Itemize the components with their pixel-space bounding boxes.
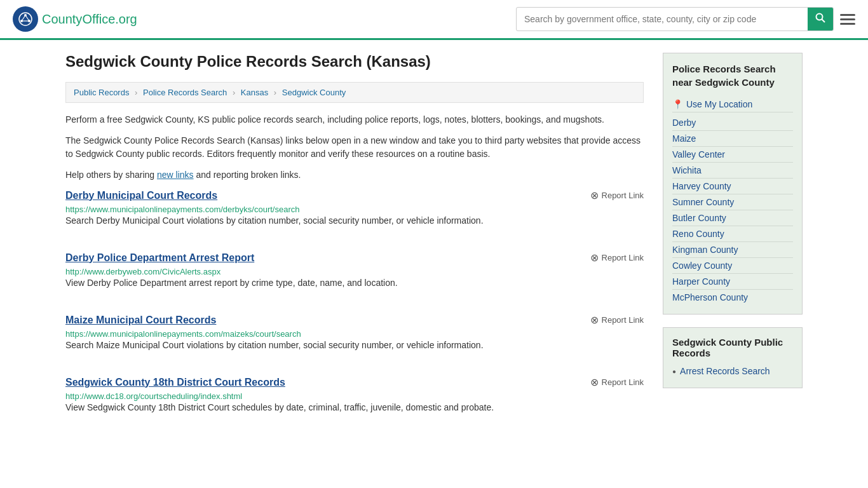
nearby-link[interactable]: Reno County bbox=[672, 226, 793, 242]
nearby-link[interactable]: Wichita bbox=[672, 163, 793, 179]
nearby-title: Police Records Search near Sedgwick Coun… bbox=[672, 62, 793, 89]
svg-line-9 bbox=[822, 20, 825, 23]
nearby-link[interactable]: Maize bbox=[672, 131, 793, 147]
breadcrumb-sep-2: › bbox=[233, 88, 235, 97]
breadcrumb-sep-1: › bbox=[135, 88, 137, 97]
record-desc: Search Maize Municipal Court violations … bbox=[65, 339, 644, 352]
search-bar bbox=[516, 7, 834, 31]
record-item: Derby Police Department Arrest Report ⊗ … bbox=[65, 252, 644, 296]
record-title-row: Derby Municipal Court Records ⊗ Report L… bbox=[65, 189, 644, 201]
menu-button[interactable] bbox=[840, 14, 855, 25]
report-link-icon: ⊗ bbox=[590, 252, 599, 264]
record-title-row: Sedgwick County 18th District Court Reco… bbox=[65, 376, 644, 388]
record-title-link[interactable]: Sedgwick County 18th District Court Reco… bbox=[65, 377, 285, 388]
breadcrumb-sedgwick-county[interactable]: Sedgwick County bbox=[282, 88, 346, 97]
public-records-title: Sedgwick County Public Records bbox=[672, 337, 793, 358]
report-link-icon: ⊗ bbox=[590, 376, 599, 388]
record-url[interactable]: http://www.derbyweb.com/CivicAlerts.aspx bbox=[65, 267, 220, 276]
report-link-label: Report Link bbox=[602, 253, 644, 262]
record-url[interactable]: http://www.dc18.org/courtscheduling/inde… bbox=[65, 391, 242, 401]
search-input[interactable] bbox=[517, 9, 808, 29]
menu-line-2 bbox=[840, 18, 855, 20]
records-container: Derby Municipal Court Records ⊗ Report L… bbox=[65, 189, 644, 421]
report-link-button[interactable]: ⊗ Report Link bbox=[590, 314, 644, 326]
svg-point-8 bbox=[817, 14, 823, 20]
record-url[interactable]: https://www.municipalonlinepayments.com/… bbox=[65, 329, 301, 339]
breadcrumb-kansas[interactable]: Kansas bbox=[241, 88, 268, 97]
logo-area: CountyOffice.org bbox=[13, 6, 137, 32]
record-desc: Search Derby Municipal Court violations … bbox=[65, 214, 644, 227]
content-area: Sedgwick County Police Records Search (K… bbox=[65, 53, 644, 438]
record-title-link[interactable]: Derby Police Department Arrest Report bbox=[65, 252, 254, 264]
record-title-link[interactable]: Maize Municipal Court Records bbox=[65, 315, 216, 326]
menu-line-3 bbox=[840, 23, 855, 25]
nearby-links: DerbyMaizeValley CenterWichitaHarvey Cou… bbox=[672, 115, 793, 305]
use-location-link[interactable]: 📍 Use My Location bbox=[672, 97, 793, 112]
nearby-link[interactable]: McPherson County bbox=[672, 290, 793, 305]
nearby-box: Police Records Search near Sedgwick Coun… bbox=[663, 53, 803, 315]
menu-line-1 bbox=[840, 14, 855, 16]
nearby-link[interactable]: Butler County bbox=[672, 210, 793, 226]
report-link-label: Report Link bbox=[602, 315, 644, 325]
use-location-label: Use My Location bbox=[686, 99, 752, 109]
breadcrumb: Public Records › Police Records Search ›… bbox=[65, 82, 644, 103]
header-right bbox=[516, 7, 855, 31]
public-records-links: ●Arrest Records Search bbox=[672, 363, 793, 379]
record-desc: View Sedgwick County 18th District Court… bbox=[65, 401, 644, 414]
pin-icon: 📍 bbox=[672, 99, 683, 109]
record-title-link[interactable]: Derby Municipal Court Records bbox=[65, 190, 217, 201]
breadcrumb-police-records-search[interactable]: Police Records Search bbox=[143, 88, 227, 97]
description-3: Help others by sharing new links and rep… bbox=[65, 168, 644, 182]
sidebar: Police Records Search near Sedgwick Coun… bbox=[663, 53, 803, 438]
svg-point-0 bbox=[17, 11, 34, 27]
record-item: Sedgwick County 18th District Court Reco… bbox=[65, 376, 644, 421]
report-link-icon: ⊗ bbox=[590, 314, 599, 326]
site-header: CountyOffice.org bbox=[0, 0, 868, 40]
nearby-link[interactable]: Harvey County bbox=[672, 179, 793, 194]
report-link-button[interactable]: ⊗ Report Link bbox=[590, 376, 644, 388]
description-2: The Sedgwick County Police Records Searc… bbox=[65, 134, 644, 161]
new-links-link[interactable]: new links bbox=[157, 170, 194, 180]
public-records-box: Sedgwick County Public Records ●Arrest R… bbox=[663, 327, 803, 388]
record-title-row: Derby Police Department Arrest Report ⊗ … bbox=[65, 252, 644, 264]
nearby-link[interactable]: Derby bbox=[672, 115, 793, 131]
nearby-link[interactable]: Cowley County bbox=[672, 258, 793, 274]
nearby-link[interactable]: Kingman County bbox=[672, 242, 793, 258]
logo-icon bbox=[13, 6, 38, 32]
main-container: Sedgwick County Police Records Search (K… bbox=[53, 40, 815, 451]
dot-icon: ● bbox=[672, 368, 676, 375]
breadcrumb-public-records[interactable]: Public Records bbox=[74, 88, 129, 97]
record-desc: View Derby Police Department arrest repo… bbox=[65, 276, 644, 290]
record-title-row: Maize Municipal Court Records ⊗ Report L… bbox=[65, 314, 644, 326]
report-link-label: Report Link bbox=[602, 191, 644, 200]
breadcrumb-sep-3: › bbox=[274, 88, 276, 97]
nearby-link[interactable]: Sumner County bbox=[672, 194, 793, 210]
nearby-link[interactable]: Harper County bbox=[672, 274, 793, 290]
record-item: Maize Municipal Court Records ⊗ Report L… bbox=[65, 314, 644, 358]
record-item: Derby Municipal Court Records ⊗ Report L… bbox=[65, 189, 644, 234]
description-1: Perform a free Sedgwick County, KS publi… bbox=[65, 113, 644, 126]
record-url[interactable]: https://www.municipalonlinepayments.com/… bbox=[65, 205, 300, 214]
report-link-label: Report Link bbox=[602, 377, 644, 387]
public-record-link[interactable]: ●Arrest Records Search bbox=[672, 363, 793, 379]
report-link-icon: ⊗ bbox=[590, 189, 599, 201]
report-link-button[interactable]: ⊗ Report Link bbox=[590, 252, 644, 264]
logo-text: CountyOffice.org bbox=[42, 12, 137, 27]
search-button[interactable] bbox=[808, 8, 833, 30]
nearby-link[interactable]: Valley Center bbox=[672, 147, 793, 163]
page-title: Sedgwick County Police Records Search (K… bbox=[65, 53, 644, 71]
report-link-button[interactable]: ⊗ Report Link bbox=[590, 189, 644, 201]
